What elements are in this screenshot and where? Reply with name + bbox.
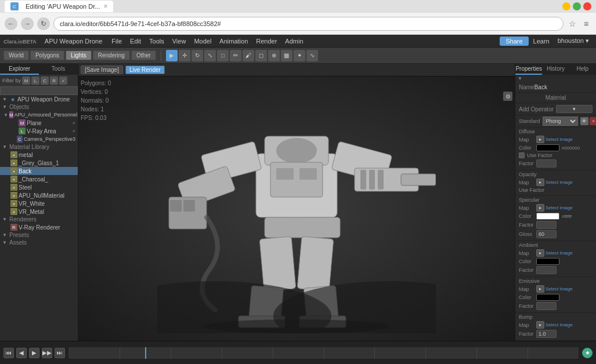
plane-visibility[interactable]: ● — [73, 120, 75, 126]
diffuse-map-arrow[interactable]: ▸ — [536, 136, 544, 143]
tree-item-apu-null[interactable]: • APU_NullMaterial — [0, 191, 78, 199]
share-button[interactable]: Share — [500, 37, 528, 46]
material-eye-icon[interactable]: 👁 — [580, 117, 588, 125]
menu-edit[interactable]: Edit — [127, 37, 145, 46]
user-menu[interactable]: bhouston ▾ — [554, 36, 593, 46]
tree-section-presets[interactable]: ▼ Presets — [0, 231, 78, 239]
timeline-skip-back[interactable]: ⏮ — [3, 348, 14, 358]
tree-item-charcoal[interactable]: • _Charcoal_ — [0, 175, 78, 183]
diffuse-use-factor-check[interactable] — [519, 152, 525, 158]
tree-item-vr-metal[interactable]: • VR_Metal — [0, 208, 78, 216]
tree-item-metal[interactable]: • metal — [0, 151, 78, 159]
tree-section-assets[interactable]: ▼ Assets — [0, 239, 78, 246]
tree-item-apu[interactable]: ▼ M APU_Armoured_Personnel_U... — [0, 111, 78, 119]
browser-tab[interactable]: C Editing 'APU Weapon Dr... × — [5, 1, 113, 12]
material-type-select[interactable]: Phong Lambert Standard — [543, 117, 578, 126]
bookmark-button[interactable]: ☆ — [567, 19, 577, 29]
add-operator-button[interactable]: ▾ — [556, 105, 593, 113]
window-close-button[interactable] — [583, 2, 591, 10]
tab-history[interactable]: History — [542, 64, 569, 75]
menu-model[interactable]: Model — [190, 37, 215, 46]
back-button[interactable]: ← — [5, 17, 17, 30]
tool-rotate[interactable]: ↻ — [192, 50, 203, 61]
specular-map-link[interactable]: Select Image — [546, 205, 573, 210]
tool-lasso[interactable]: ∿ — [306, 50, 318, 61]
specular-color-swatch[interactable] — [536, 213, 559, 220]
diffuse-map-link[interactable]: Select Image — [546, 137, 573, 142]
viewport-settings-icon[interactable]: ⚙ — [503, 92, 512, 101]
timeline-record-icon[interactable]: ★ — [582, 348, 593, 358]
tree-item-root[interactable]: ▼ ◈ APU Weapon Drone — [0, 95, 78, 103]
tree-item-vray-renderer[interactable]: R V-Ray Renderer — [0, 223, 78, 231]
timeline-play[interactable]: ▶ — [29, 348, 39, 358]
tree-item-steel[interactable]: • Steel — [0, 183, 78, 191]
timeline-skip-forward[interactable]: ⏭ — [55, 348, 65, 358]
opacity-map-arrow[interactable]: ▸ — [536, 179, 544, 186]
timeline-track[interactable] — [68, 347, 579, 359]
glossiness-input[interactable] — [536, 230, 557, 238]
ambient-factor-input[interactable] — [536, 266, 557, 274]
diffuse-color-swatch[interactable] — [536, 144, 559, 151]
save-image-button[interactable]: [Save Image] — [81, 65, 123, 74]
tool-rect[interactable]: □ — [217, 50, 229, 61]
tool-brush[interactable]: 🖌 — [243, 50, 254, 61]
filter-icon-5[interactable]: ✓ — [59, 77, 67, 85]
tree-section-materials[interactable]: ▼ Material Library — [0, 143, 78, 151]
emissive-map-link[interactable]: Select Image — [546, 286, 573, 292]
timeline-back[interactable]: ◀ — [16, 348, 27, 358]
name-input[interactable] — [534, 84, 596, 90]
menu-tools[interactable]: Tools — [146, 37, 168, 46]
ambient-map-link[interactable]: Select Image — [546, 250, 573, 256]
ambient-color-swatch[interactable] — [536, 258, 559, 265]
specular-map-arrow[interactable]: ▸ — [536, 204, 544, 212]
address-bar[interactable] — [53, 17, 564, 31]
menu-admin[interactable]: Admin — [281, 37, 306, 46]
tab-lights[interactable]: Lights — [66, 50, 92, 60]
tree-item-plane[interactable]: M Plane ● — [0, 119, 78, 127]
filter-icon-4[interactable]: R — [50, 77, 58, 85]
tool-fill[interactable]: ▦ — [281, 50, 292, 61]
filter-icon-1[interactable]: M — [22, 77, 30, 85]
tool-move[interactable]: ✛ — [179, 50, 190, 61]
window-minimize-button[interactable] — [562, 2, 570, 10]
vray-visibility[interactable]: ● — [73, 128, 75, 134]
sidebar-tab-tools[interactable]: Tools — [39, 64, 78, 75]
diffuse-factor-input[interactable] — [536, 159, 557, 168]
tree-section-objects[interactable]: ▼ Objects — [0, 103, 78, 111]
filter-icon-3[interactable]: C — [41, 77, 49, 85]
opacity-map-link[interactable]: Select Image — [546, 180, 573, 185]
tool-wand[interactable]: ✦ — [294, 50, 305, 61]
menu-render[interactable]: Render — [252, 37, 280, 46]
tab-properties[interactable]: Properties — [515, 64, 542, 75]
live-render-button[interactable]: Live Render — [125, 65, 165, 74]
learn-button[interactable]: Learn — [530, 37, 553, 46]
emissive-map-arrow[interactable]: ▸ — [536, 285, 544, 293]
tab-rendering[interactable]: Rendering — [93, 50, 130, 60]
viewport-canvas[interactable]: Polygons: 0 Vertices: 0 Normals: 0 Nodes… — [78, 77, 515, 341]
menu-view[interactable]: View — [169, 37, 190, 46]
tool-eyedrop[interactable]: ⊕ — [268, 50, 280, 61]
bump-map-link[interactable]: Select Image — [546, 322, 573, 327]
tool-select[interactable]: ▶ — [166, 50, 178, 61]
tab-close-button[interactable]: × — [103, 2, 107, 10]
properties-collapse[interactable]: ▼ — [515, 75, 596, 82]
sidebar-tab-explorer[interactable]: Explorer — [0, 64, 39, 75]
tool-pen[interactable]: ✏ — [230, 50, 241, 61]
bump-map-arrow[interactable]: ▸ — [536, 321, 544, 329]
menu-file[interactable]: File — [108, 37, 125, 46]
tree-section-renderers[interactable]: ▼ Renderers — [0, 216, 78, 223]
tree-item-grey-glass[interactable]: • _Grey_Glass_1 — [0, 159, 78, 167]
reload-button[interactable]: ↻ — [37, 17, 50, 30]
filter-icon-2[interactable]: L — [31, 77, 39, 85]
menu-button[interactable]: ≡ — [581, 19, 591, 29]
sidebar-search[interactable] — [0, 86, 78, 95]
tab-polygons[interactable]: Polygons — [30, 50, 64, 60]
tool-scale[interactable]: ⤡ — [204, 50, 216, 61]
tab-world[interactable]: World — [3, 50, 29, 60]
bump-factor-input[interactable] — [536, 330, 557, 338]
specular-factor-input[interactable] — [536, 221, 557, 229]
tool-eraser[interactable]: ◻ — [255, 50, 267, 61]
emissive-factor-input[interactable] — [536, 302, 557, 310]
tree-item-back[interactable]: • Back — [0, 167, 78, 175]
tab-help[interactable]: Help — [569, 64, 596, 75]
